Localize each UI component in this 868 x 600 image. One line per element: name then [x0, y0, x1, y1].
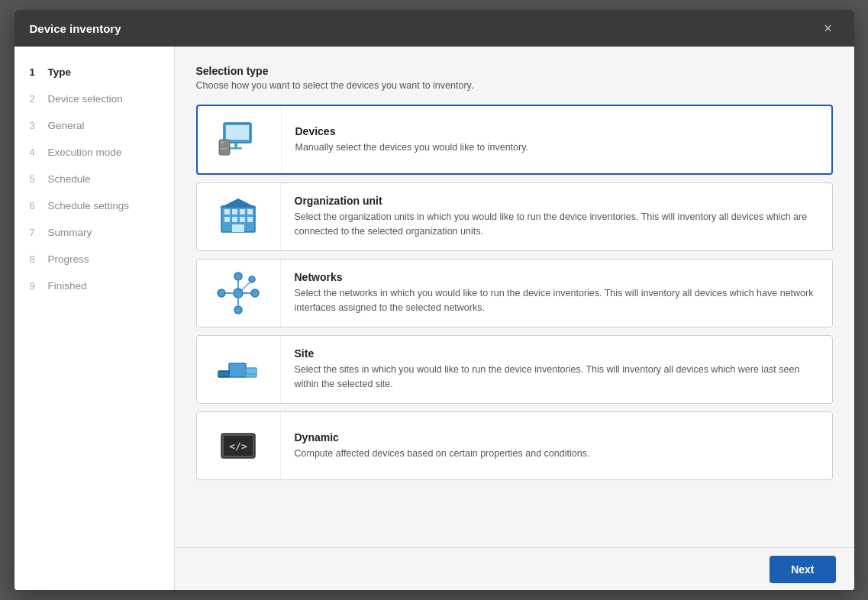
sidebar-item-summary[interactable]: 7Summary — [15, 219, 174, 246]
option-title-networks: Networks — [295, 271, 818, 283]
sidebar-item-progress[interactable]: 8Progress — [15, 246, 174, 273]
option-card-devices[interactable]: Devices Manually select the devices you … — [196, 105, 833, 175]
sidebar-item-label: Progress — [48, 253, 89, 265]
step-number: 8 — [30, 253, 42, 265]
sidebar-item-device-selection[interactable]: 2Device selection — [15, 85, 174, 112]
svg-rect-12 — [247, 209, 253, 215]
option-text-devices: Devices Manually select the devices you … — [282, 115, 542, 166]
option-card-site[interactable]: Site Select the sites in which you would… — [196, 335, 833, 404]
svg-rect-11 — [240, 209, 245, 215]
main-content: Selection type Choose how you want to se… — [175, 47, 854, 590]
step-number: 7 — [30, 227, 42, 238]
svg-point-21 — [251, 289, 259, 297]
modal-device-inventory: Device inventory × 1Type2Device selectio… — [15, 10, 854, 590]
options-container: Devices Manually select the devices you … — [196, 105, 833, 480]
svg-marker-18 — [220, 198, 257, 208]
svg-rect-14 — [232, 217, 237, 222]
sidebar-item-label: Device selection — [48, 93, 123, 105]
svg-rect-30 — [229, 363, 246, 377]
sidebar-item-label: Summary — [48, 227, 92, 238]
svg-point-19 — [234, 289, 243, 298]
svg-point-23 — [218, 289, 225, 297]
option-icon-dynamic: </> — [197, 412, 281, 479]
sidebar-item-label: Type — [48, 66, 72, 78]
step-number: 2 — [30, 93, 42, 105]
svg-rect-10 — [232, 209, 237, 215]
svg-rect-2 — [234, 143, 237, 147]
svg-point-24 — [249, 276, 255, 282]
sidebar-item-schedule[interactable]: 5Schedule — [15, 166, 174, 192]
next-button[interactable]: Next — [770, 556, 835, 583]
sidebar-item-general[interactable]: 3General — [15, 112, 174, 139]
option-desc-dynamic: Compute affected devices based on certai… — [295, 447, 590, 461]
section-subtitle: Choose how you want to select the device… — [196, 80, 833, 91]
option-card-networks[interactable]: Networks Select the networks in which yo… — [196, 259, 833, 327]
option-text-organization-unit: Organization unit Select the organizatio… — [281, 184, 832, 250]
step-number: 4 — [30, 147, 42, 158]
sidebar-item-label: Schedule settings — [48, 200, 130, 211]
option-desc-devices: Manually select the devices you would li… — [295, 140, 528, 155]
footer: Next — [175, 547, 854, 590]
svg-rect-1 — [226, 125, 249, 140]
svg-point-6 — [221, 145, 224, 147]
svg-rect-7 — [221, 148, 227, 149]
option-desc-organization-unit: Select the organization units in which y… — [295, 210, 818, 239]
option-card-organization-unit[interactable]: Organization unit Select the organizatio… — [196, 182, 833, 251]
sidebar-item-label: Finished — [48, 280, 87, 292]
modal-header: Device inventory × — [15, 10, 854, 47]
svg-rect-5 — [221, 141, 224, 144]
svg-rect-17 — [232, 224, 244, 232]
sidebar-item-finished[interactable]: 9Finished — [15, 273, 174, 299]
svg-line-29 — [242, 282, 250, 290]
sidebar-item-type[interactable]: 1Type — [15, 59, 174, 85]
svg-rect-32 — [246, 368, 257, 377]
sidebar-item-label: Execution mode — [48, 147, 122, 158]
option-title-organization-unit: Organization unit — [295, 195, 818, 207]
step-number: 1 — [30, 66, 42, 78]
content-area: Selection type Choose how you want to se… — [175, 47, 854, 547]
option-icon-devices — [198, 106, 282, 173]
svg-rect-15 — [240, 217, 245, 222]
sidebar-item-label: General — [48, 120, 85, 131]
sidebar-item-execution-mode[interactable]: 4Execution mode — [15, 139, 174, 166]
option-title-dynamic: Dynamic — [295, 431, 590, 444]
sidebar: 1Type2Device selection3General4Execution… — [15, 47, 175, 590]
option-title-devices: Devices — [295, 125, 528, 137]
close-button[interactable]: × — [818, 18, 839, 39]
svg-rect-16 — [247, 217, 253, 222]
option-icon-networks — [197, 260, 281, 327]
option-desc-networks: Select the networks in which you would l… — [295, 286, 818, 315]
modal-body: 1Type2Device selection3General4Execution… — [15, 47, 854, 590]
svg-rect-9 — [224, 209, 230, 215]
option-icon-organization-unit — [197, 183, 281, 250]
svg-text:</>: </> — [229, 440, 247, 452]
modal-title: Device inventory — [30, 22, 121, 35]
sidebar-item-schedule-settings[interactable]: 6Schedule settings — [15, 192, 174, 219]
step-number: 6 — [30, 200, 42, 211]
option-text-site: Site Select the sites in which you would… — [281, 337, 832, 402]
step-number: 3 — [30, 120, 42, 131]
option-title-site: Site — [295, 347, 818, 360]
option-text-networks: Networks Select the networks in which yo… — [281, 260, 832, 326]
option-text-dynamic: Dynamic Compute affected devices based o… — [281, 421, 604, 472]
option-card-dynamic[interactable]: </> Dynamic Compute affected devices bas… — [196, 411, 833, 480]
option-desc-site: Select the sites in which you would like… — [295, 363, 818, 392]
section-title: Selection type — [196, 65, 833, 77]
svg-rect-3 — [230, 147, 242, 150]
step-number: 9 — [30, 280, 42, 292]
svg-point-20 — [234, 273, 242, 280]
svg-rect-13 — [224, 217, 230, 222]
sidebar-item-label: Schedule — [48, 173, 91, 185]
step-number: 5 — [30, 173, 42, 185]
option-icon-site — [197, 336, 281, 403]
svg-point-22 — [234, 306, 242, 314]
